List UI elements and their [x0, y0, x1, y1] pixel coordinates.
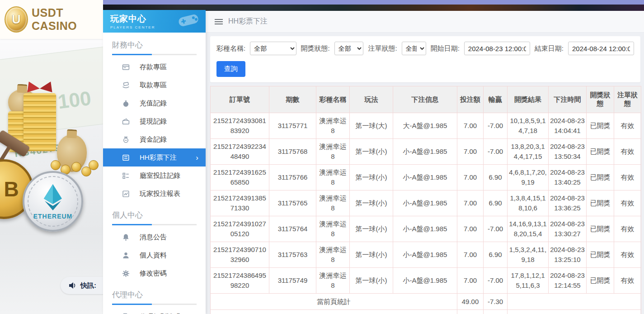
table-cell: -7.00	[484, 268, 508, 294]
table-cell: 有效	[614, 139, 641, 165]
table-cell: 31175749	[269, 268, 316, 294]
lottery-select[interactable]: 全部	[250, 42, 296, 55]
table-cell: 澳洲幸运8	[316, 113, 350, 139]
table-cell: 4,6,8,1,7,20,9,19	[508, 165, 549, 190]
sidebar-item-funds-record[interactable]: 資金記錄	[103, 130, 206, 148]
table-cell: 2152172439223448490	[211, 139, 269, 165]
sidebar-item-deposit[interactable]: 存款專區	[103, 58, 206, 76]
brand-logo[interactable]: U USDT CASINO	[0, 0, 103, 39]
sidebar-item-withdraw[interactable]: 取款專區	[103, 76, 206, 94]
table-cell: 2024-08-23 14:04:41	[549, 113, 587, 139]
table-cell: 2152172438649598220	[211, 268, 269, 294]
sidebar-item-profile[interactable]: 個人資料	[103, 246, 206, 264]
column-header: 訂單號	[211, 86, 269, 113]
ethereum-logo-icon	[41, 183, 65, 211]
lottery-filter-label: 彩種名稱:	[216, 44, 245, 53]
content: 彩種名稱: 全部 開獎狀態: 全部 注單狀態: 全部 開始日期: 結束日期: 查…	[206, 33, 644, 314]
sidebar-header: 玩家中心 PLAYERS CENTER	[103, 10, 206, 33]
gold-coin	[51, 160, 61, 170]
table-body: 215217243930818392031175771澳洲幸运8第一球(大)大-…	[211, 113, 641, 294]
column-header: 注單狀態	[614, 86, 641, 113]
column-header: 彩種名稱	[316, 86, 350, 113]
filter-panel: 彩種名稱: 全部 開獎狀態: 全部 注單狀態: 全部 開始日期: 結束日期: 查…	[210, 36, 640, 82]
table-cell: 6.90	[484, 190, 508, 216]
column-header: 下注時間	[549, 86, 587, 113]
deposit-icon	[122, 63, 130, 71]
table-cell: 31175763	[269, 242, 316, 268]
table-row: 215217243907103296031175763澳洲幸运8第一球(小)小-…	[211, 242, 641, 268]
sidebar-item-change-password[interactable]: 修改密碼	[103, 264, 206, 282]
table-cell: 7.00	[457, 165, 484, 190]
table-cell: 7.00	[457, 242, 484, 268]
table-cell: 6.90	[484, 165, 508, 190]
grand-summary-bet-total: 49.00	[457, 310, 484, 314]
column-header: 開獎結果	[508, 86, 549, 113]
table-cell: 已開獎	[587, 113, 614, 139]
table-cell: 1,3,8,4,15,18,10,6	[508, 190, 549, 216]
bet-records-table-card: 訂單號 期數 彩種名稱 玩法 下注信息 投注額 輸贏 開獎結果 下注時間 開獎狀…	[210, 86, 640, 314]
table-row: 215217243913857133031175765澳洲幸运8第一球(小)小-…	[211, 190, 641, 216]
table-cell: 小-A盤@1.985	[393, 165, 457, 190]
table-cell: 14,16,9,13,18,20,15,4	[508, 216, 549, 242]
sidebar-section-finance: 財務中心	[103, 33, 206, 55]
table-cell: 小-A盤@1.985	[393, 139, 457, 165]
red-bow-icon	[39, 81, 52, 94]
table-cell: 第一球(小)	[350, 165, 393, 190]
table-cell: 7.00	[457, 268, 484, 294]
page-summary-bet-total: 49.00	[457, 294, 484, 310]
draw-status-filter-label: 開獎狀態:	[301, 44, 330, 53]
table-row: 215217243930818392031175771澳洲幸运8第一球(大)大-…	[211, 113, 641, 139]
red-bow-icon	[27, 81, 40, 94]
sidebar-item-bet-report[interactable]: 玩家投注報表	[103, 185, 206, 203]
sidebar-item-room-bet-records[interactable]: 廳室投註記錄	[103, 167, 206, 185]
user-icon	[122, 252, 130, 259]
order-status-select[interactable]: 全部	[402, 42, 426, 55]
table-cell: 有效	[614, 190, 641, 216]
table-cell: 澳洲幸运8	[316, 190, 350, 216]
table-cell: -7.00	[484, 113, 508, 139]
table-cell: 2152172439162565850	[211, 165, 269, 190]
brand-coin-icon: U	[5, 6, 28, 33]
table-cell: 小-A盤@1.985	[393, 190, 457, 216]
table-cell: 有效	[614, 113, 641, 139]
sidebar-item-withdrawal-record[interactable]: 提現記錄	[103, 112, 206, 130]
table-cell: 已開獎	[587, 216, 614, 242]
table-row: 215217243922344849031175768澳洲幸运8第一球(小)小-…	[211, 139, 641, 165]
grand-summary-winloss-total: -7.30	[484, 310, 508, 314]
ethereum-coin: ETHEREUM	[23, 171, 83, 232]
brand-name: USDT CASINO	[32, 6, 103, 33]
table-cell: 小-A盤@1.985	[393, 216, 457, 242]
start-date-label: 開始日期:	[431, 44, 460, 53]
search-button[interactable]: 查詢	[216, 61, 245, 77]
table-cell: 31175764	[269, 216, 316, 242]
top-strip-purple	[103, 0, 644, 5]
table-cell: 澳洲幸运8	[316, 165, 350, 190]
bill-denomination: 100	[56, 87, 92, 114]
end-date-input[interactable]	[568, 42, 634, 55]
withdraw-icon	[122, 81, 130, 89]
table-header-row: 訂單號 期數 彩種名稱 玩法 下注信息 投注額 輸贏 開獎結果 下注時間 開獎狀…	[211, 86, 641, 113]
sidebar-item-hh-lottery-bets[interactable]: HH彩票下注 ›	[103, 148, 206, 167]
chevron-right-icon: ›	[196, 154, 198, 162]
page-summary-label: 當前頁統計	[211, 294, 457, 310]
sidebar: 玩家中心 PLAYERS CENTER 財務中心 存款專區 取款專區	[103, 10, 206, 314]
table-cell: 第一球(大)	[350, 113, 393, 139]
sidebar-item-recharge-record[interactable]: 充值記錄	[103, 94, 206, 112]
draw-status-select[interactable]: 全部	[334, 42, 364, 55]
gear-icon	[122, 270, 130, 277]
table-cell: 澳洲幸运8	[316, 242, 350, 268]
gold-coin	[89, 160, 99, 170]
sidebar-item-announcements[interactable]: 消息公告	[103, 228, 206, 246]
table-cell: 有效	[614, 242, 641, 268]
promo-image: 100 KB46279 B ETH	[0, 39, 103, 314]
news-ticker[interactable]: 快訊:	[61, 277, 103, 294]
menu-icon[interactable]	[215, 19, 223, 24]
table-cell: 2152172439308183920	[211, 113, 269, 139]
table-cell: 6.90	[484, 242, 508, 268]
table-cell: 7.00	[457, 113, 484, 139]
table-row: 215217243916256585031175766澳洲幸运8第一球(小)小-…	[211, 165, 641, 190]
sidebar-item-agent-rules[interactable]: 代理規則說明	[103, 308, 206, 314]
start-date-input[interactable]	[464, 42, 530, 55]
coin-stack	[24, 93, 56, 151]
table-cell: 澳洲幸运8	[316, 268, 350, 294]
